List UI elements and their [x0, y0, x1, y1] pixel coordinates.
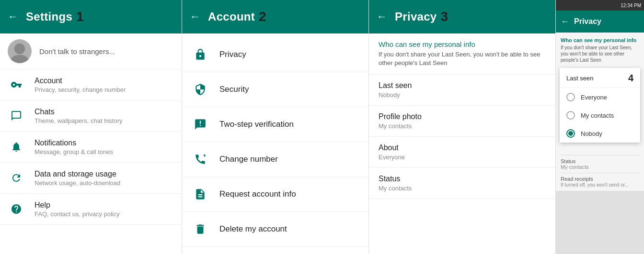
phone-read-receipts-note: If turned off, you won't send or...: [561, 182, 639, 188]
chats-text: Chats Theme, wallpapers, chat history: [34, 108, 123, 124]
last-seen-dialog: Last seen 4 Everyone My contacts Nobody: [560, 68, 640, 143]
settings-back-arrow[interactable]: ←: [8, 11, 18, 23]
privacy-item-about[interactable]: About Everyone: [369, 137, 555, 168]
svg-point-0: [14, 44, 25, 55]
chats-title: Chats: [34, 108, 123, 116]
privacy-info-title: Who can see my personal info: [379, 40, 546, 48]
settings-title: Settings: [26, 10, 72, 23]
help-title: Help: [34, 201, 120, 210]
phone-status-item: Status My contacts: [561, 158, 639, 170]
two-step-label: Two-step verification: [219, 120, 294, 129]
account-header: ← Account 2: [182, 0, 368, 33]
notifications-title: Notifications: [34, 139, 113, 147]
my-contacts-label: My contacts: [581, 112, 614, 119]
account-item-delete[interactable]: Delete my account: [182, 212, 368, 247]
profile-name: Don't talk to strangers...: [39, 47, 115, 55]
shield-icon: [192, 81, 209, 98]
bell-icon: [8, 138, 25, 155]
radio-my-contacts: [566, 111, 575, 120]
account-subtitle: Privacy, security, change number: [34, 86, 126, 93]
data-text: Data and storage usage Network usage, au…: [34, 170, 120, 187]
dialog-option-my-contacts[interactable]: My contacts: [560, 106, 640, 124]
phone-status-label: Status: [561, 158, 639, 164]
privacy-panel-number: 3: [441, 9, 448, 24]
account-text: Account Privacy, security, change number: [34, 77, 126, 93]
settings-list: Account Privacy, security, change number…: [0, 69, 182, 225]
settings-header: ← Settings 1: [0, 0, 182, 33]
privacy-item-profile-photo[interactable]: Profile photo My contacts: [369, 106, 555, 137]
everyone-label: Everyone: [581, 94, 607, 101]
nobody-label: Nobody: [581, 130, 602, 137]
request-info-label: Request account info: [219, 189, 296, 199]
key-icon: [8, 76, 25, 93]
settings-panel-number: 1: [76, 9, 84, 24]
privacy-info: Who can see my personal info If you don'…: [369, 33, 555, 75]
settings-item-help[interactable]: Help FAQ, contact us, privacy policy: [0, 194, 182, 225]
dialog-header: Last seen 4: [560, 68, 640, 88]
status-label: Status: [379, 175, 546, 183]
phone-info-title: Who can see my personal info: [561, 37, 639, 43]
bottom-divider: [561, 155, 639, 155]
security-label: Security: [219, 85, 249, 94]
account-list: Privacy Security Two-step verification C…: [182, 33, 368, 247]
chats-subtitle: Theme, wallpapers, chat history: [34, 117, 123, 124]
account-item-change-number[interactable]: Change number: [182, 142, 368, 177]
phone-bottom-section: Status My contacts Read receipts If turn…: [556, 147, 644, 191]
dialog-option-everyone[interactable]: Everyone: [560, 88, 640, 106]
phone-edit-icon: [192, 151, 209, 168]
account-item-privacy[interactable]: Privacy: [182, 37, 368, 72]
privacy-back-arrow[interactable]: ←: [377, 11, 387, 23]
settings-item-chats[interactable]: Chats Theme, wallpapers, chat history: [0, 100, 182, 132]
phone-overlay-panel: 12:34 PM ← Privacy Who can see my person…: [556, 0, 644, 254]
data-title: Data and storage usage: [34, 170, 120, 178]
help-icon: [8, 200, 25, 218]
phone-privacy-title: Privacy: [574, 17, 601, 26]
dialog-title: Last seen: [566, 75, 593, 82]
settings-item-account[interactable]: Account Privacy, security, change number: [0, 69, 182, 100]
account-panel: ← Account 2 Privacy Security Two-step ve…: [182, 0, 369, 254]
privacy-info-text: If you don't share your Last Seen, you w…: [379, 50, 546, 67]
avatar: [8, 39, 32, 63]
dialog-option-nobody[interactable]: Nobody: [560, 124, 640, 143]
lock-icon: [192, 46, 209, 63]
settings-item-data[interactable]: Data and storage usage Network usage, au…: [0, 163, 182, 194]
account-title: Account: [208, 10, 255, 23]
privacy-item-status[interactable]: Status My contacts: [369, 168, 555, 199]
trash-icon: [192, 221, 209, 238]
last-seen-label: Last seen: [379, 81, 546, 90]
last-seen-value: Nobody: [379, 91, 546, 99]
profile-row[interactable]: Don't talk to strangers...: [0, 33, 182, 69]
about-label: About: [379, 144, 546, 152]
bottom-divider2: [561, 173, 639, 173]
phone-content: Who can see my personal info If you don'…: [556, 33, 644, 147]
account-item-request-info[interactable]: Request account info: [182, 177, 368, 212]
dots-icon: [192, 116, 209, 133]
account-title: Account: [34, 77, 126, 85]
change-number-label: Change number: [219, 155, 278, 164]
notifications-subtitle: Message, group & call tones: [34, 148, 113, 155]
privacy-item-last-seen[interactable]: Last seen Nobody: [369, 75, 555, 106]
account-back-arrow[interactable]: ←: [190, 11, 200, 23]
about-value: Everyone: [379, 154, 546, 161]
phone-read-receipts-item: Read receipts If turned off, you won't s…: [561, 176, 639, 188]
profile-photo-label: Profile photo: [379, 112, 546, 121]
profile-photo-value: My contacts: [379, 122, 546, 130]
notifications-text: Notifications Message, group & call tone…: [34, 139, 113, 155]
phone-back-arrow[interactable]: ←: [561, 17, 569, 27]
privacy-list: Last seen Nobody Profile photo My contac…: [369, 75, 555, 199]
phone-privacy-header: ← Privacy: [556, 11, 644, 33]
radio-nobody: [566, 129, 575, 138]
account-item-two-step[interactable]: Two-step verification: [182, 107, 368, 142]
phone-info-text: If you don't share your Last Seen, you w…: [561, 44, 639, 63]
doc-icon: [192, 186, 209, 203]
dialog-number: 4: [628, 73, 633, 84]
settings-panel: ← Settings 1 Don't talk to strangers... …: [0, 0, 182, 254]
account-item-security[interactable]: Security: [182, 72, 368, 107]
data-subtitle: Network usage, auto-download: [34, 179, 120, 187]
settings-item-notifications[interactable]: Notifications Message, group & call tone…: [0, 132, 182, 163]
phone-read-receipts-label: Read receipts: [561, 176, 639, 182]
help-subtitle: FAQ, contact us, privacy policy: [34, 210, 120, 218]
status-time: 12:34 PM: [621, 3, 641, 8]
help-text: Help FAQ, contact us, privacy policy: [34, 201, 120, 218]
privacy-title: Privacy: [395, 10, 437, 23]
